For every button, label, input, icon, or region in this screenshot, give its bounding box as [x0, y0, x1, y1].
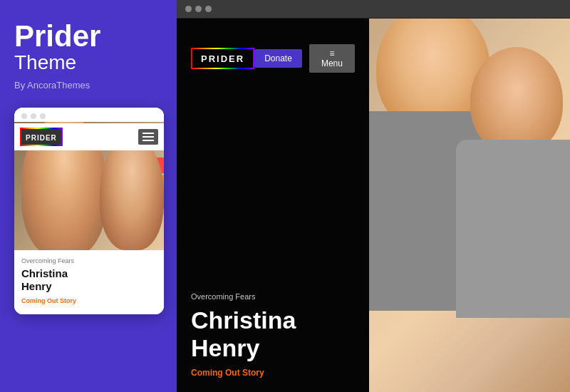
mobile-navbar: PRIDER [14, 123, 164, 150]
mobile-logo-text: PRIDER [26, 134, 57, 142]
brand-author: By AncoraThemes [14, 80, 162, 91]
chrome-dot-3 [205, 6, 212, 12]
hamburger-line-2 [142, 136, 154, 138]
person2-figure [456, 47, 570, 318]
sidebar: Prider Theme By AncoraThemes PRIDER [0, 0, 177, 392]
desktop-logo-text: PRIDER [201, 53, 244, 64]
menu-button[interactable]: ≡ Menu [309, 44, 355, 73]
desktop-hero-category: Overcoming Fears [191, 292, 355, 301]
hero-photo-area [369, 19, 570, 392]
mobile-logo-box: PRIDER [20, 128, 63, 146]
pill-red [154, 158, 164, 173]
desktop-nav-right: Donate ≡ Menu [254, 44, 355, 73]
mobile-preview-card: PRIDER Overcoming Fears ChristinaHenry C… [14, 108, 164, 314]
brand-subtitle: Theme [14, 51, 162, 74]
person2-body [456, 140, 570, 318]
pill-green [154, 193, 164, 209]
desktop-hero-title: ChristinaHenry [191, 306, 355, 362]
mobile-tag: Coming Out Story [21, 297, 157, 304]
desktop-preview: PRIDER Donate ≡ Menu Overcoming Fears Ch… [177, 0, 570, 392]
desktop-logo-box: PRIDER [191, 48, 254, 69]
mobile-hamburger-button[interactable] [138, 129, 158, 145]
mobile-dot-2 [31, 113, 36, 119]
chrome-dot-2 [195, 6, 202, 12]
desktop-hero-tag: Coming Out Story [191, 368, 355, 378]
desktop-navbar: PRIDER Donate ≡ Menu [177, 37, 369, 80]
person2-head [470, 47, 563, 154]
brand-title: Prider [14, 21, 162, 51]
mobile-content-area: Overcoming Fears ChristinaHenry Coming O… [14, 250, 164, 314]
pill-orange [154, 175, 164, 191]
mobile-post-title: ChristinaHenry [21, 267, 157, 293]
desktop-chrome-bar [177, 0, 570, 18]
mobile-chrome-dots [14, 108, 164, 122]
mobile-dot-1 [21, 113, 27, 119]
hero-dark-panel: PRIDER Donate ≡ Menu Overcoming Fears Ch… [177, 19, 369, 392]
mobile-dot-3 [40, 113, 46, 119]
mobile-category-label: Overcoming Fears [21, 257, 157, 264]
desktop-hero-area: PRIDER Donate ≡ Menu Overcoming Fears Ch… [177, 19, 570, 392]
hamburger-line-3 [142, 140, 154, 141]
mobile-sidebar-pills [154, 158, 164, 209]
chrome-dot-1 [185, 6, 192, 12]
hamburger-line-1 [142, 133, 154, 134]
donate-button[interactable]: Donate [254, 49, 302, 68]
